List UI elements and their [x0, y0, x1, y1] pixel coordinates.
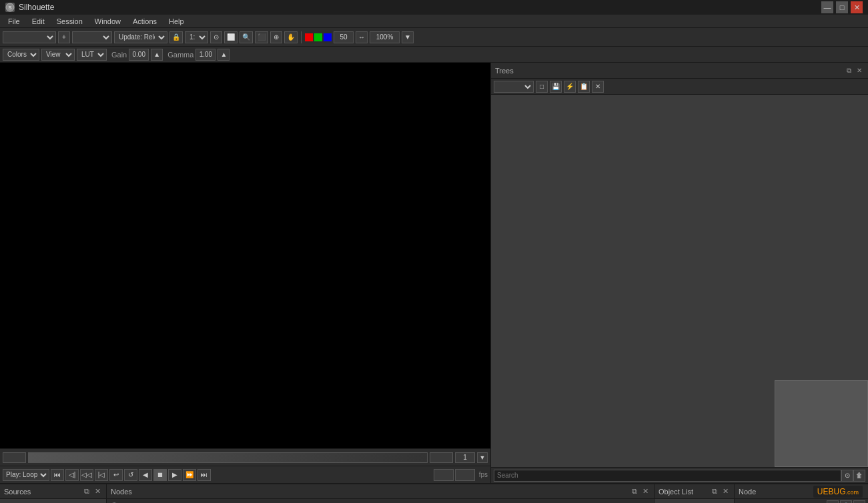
menu-file[interactable]: File [3, 16, 25, 27]
ratio-select[interactable]: 1:1 [185, 31, 208, 43]
frame-number-input[interactable] [455, 452, 475, 463]
title-bar: S Silhouette — □ ✕ [0, 0, 868, 15]
play-back-btn[interactable]: ◀ [139, 469, 152, 481]
play-btn[interactable]: ▶ [168, 469, 181, 481]
trees-close-btn[interactable]: ✕ [855, 66, 864, 75]
trees-add-btn[interactable]: □ [536, 81, 548, 93]
session-select[interactable] [3, 31, 56, 43]
play-mode-select[interactable]: Play: Loop [3, 469, 49, 481]
red-channel[interactable] [305, 33, 313, 41]
app-title: Silhouette [19, 3, 54, 12]
trees-float-btn[interactable]: ⧉ [844, 66, 853, 75]
gain-input[interactable] [129, 49, 149, 61]
prev-keyframe-btn[interactable]: ◁| [65, 469, 79, 481]
nodeprop-toolbar: + 🔒 → [735, 499, 868, 503]
sources-float-btn[interactable]: ⧉ [82, 487, 91, 496]
viewer-btn2[interactable]: ⬜ [224, 31, 238, 43]
viewx-select[interactable]: View X [41, 49, 75, 61]
trees-search-delete-btn[interactable]: 🗑 [853, 470, 865, 482]
object-list-panel: Object List ⧉ ✕ ▲ [655, 484, 735, 503]
maximize-button[interactable]: □ [836, 1, 848, 13]
goto-start-btn[interactable]: ⏮ [51, 469, 64, 481]
timeline-expand-btn[interactable]: ▼ [477, 452, 488, 463]
nodes-close-btn[interactable]: ✕ [640, 487, 650, 496]
timeline-start-input[interactable] [3, 452, 26, 463]
custom-fps-btn[interactable] [455, 469, 475, 481]
zoom-input[interactable] [370, 31, 400, 43]
nodes-header: Nodes ⧉ ✕ [107, 484, 654, 499]
minimize-button[interactable]: — [821, 1, 833, 13]
objlist-content [655, 499, 734, 503]
fps-input[interactable] [334, 31, 354, 43]
step-back-btn[interactable]: ◁◁ [80, 469, 93, 481]
sources-close-btn[interactable]: ✕ [93, 487, 102, 496]
zoom-arrow[interactable]: ▼ [402, 31, 414, 43]
watermark-label: UEBUG [817, 487, 846, 496]
stop-btn[interactable]: ⏹ [153, 469, 167, 481]
trees-search-input[interactable] [494, 470, 841, 482]
viewer-btn5[interactable]: ⊕ [270, 31, 282, 43]
viewer-btn6[interactable]: ✋ [284, 31, 298, 43]
rgb-controls [305, 33, 332, 41]
nodes-float-btn[interactable]: ⧉ [630, 487, 639, 496]
trees-save-btn[interactable]: 💾 [550, 81, 562, 93]
timeline-scrubber[interactable] [28, 452, 428, 463]
gain-label: Gain [111, 51, 127, 59]
nodes-panel: Nodes ⧉ ✕ 🔍 Color Co··· Di··· Fi··· Fi··… [107, 484, 655, 503]
nodeprop-export-btn[interactable]: → [853, 500, 865, 504]
menu-session[interactable]: Session [51, 16, 88, 27]
menu-window[interactable]: Window [89, 16, 126, 27]
close-button[interactable]: ✕ [851, 1, 863, 13]
trees-view-select[interactable] [494, 81, 534, 93]
viewer-btn3[interactable]: 🔍 [240, 31, 253, 43]
nodes-search-input[interactable] [121, 501, 651, 504]
lut-select[interactable]: LUT n [77, 49, 107, 61]
gamma-input[interactable] [195, 49, 215, 61]
trees-search-clear-btn[interactable]: ⊙ [841, 470, 853, 482]
loop-btn[interactable] [434, 469, 454, 481]
app-logo: S [5, 3, 15, 12]
timeline-end-input[interactable] [430, 452, 453, 463]
menu-help[interactable]: Help [163, 16, 189, 27]
loop-back-btn[interactable]: ↩ [109, 469, 123, 481]
fps-arrow[interactable]: ↔ [356, 31, 368, 43]
trees-del-btn[interactable]: ✕ [592, 81, 604, 93]
play-fwd-btn[interactable]: ⏩ [183, 469, 196, 481]
trees-content [491, 95, 868, 467]
viewer-btn4[interactable]: ⬛ [255, 31, 268, 43]
nodeprop-add-btn[interactable]: + [827, 500, 839, 504]
objlist-header: Object List ⧉ ✕ [655, 484, 734, 499]
blue-channel[interactable] [324, 33, 332, 41]
trees-title: Trees [495, 67, 514, 75]
viewer-btn1[interactable]: ⊙ [210, 31, 222, 43]
trees-search-bar: ⊙ 🗑 [491, 467, 868, 483]
update-select[interactable]: Update: Rele [114, 31, 167, 43]
gain-toggle[interactable]: ▲ [151, 49, 163, 61]
gamma-toggle[interactable]: ▲ [218, 49, 230, 61]
objlist-close-btn[interactable]: ✕ [721, 487, 730, 496]
objlist-float-btn[interactable]: ⧉ [710, 487, 719, 496]
transport-bar: Play: Loop ⏮ ◁| ◁◁ |◁ ↩ ↺ ◀ ⏹ ▶ ⏩ ⏭ fps [0, 466, 490, 483]
trees-copy-btn[interactable]: 📋 [578, 81, 590, 93]
add-session-button[interactable]: + [58, 31, 70, 43]
menu-edit[interactable]: Edit [27, 16, 50, 27]
prev-btn[interactable]: ↺ [124, 469, 137, 481]
green-channel[interactable] [314, 33, 322, 41]
objlist-title: Object List [659, 488, 693, 496]
goto-end-btn[interactable]: ⏭ [197, 469, 211, 481]
prev-frame-btn[interactable]: |◁ [95, 469, 108, 481]
view-select[interactable] [72, 31, 112, 43]
colors-select[interactable]: Colors [3, 49, 39, 61]
trees-flash-btn[interactable]: ⚡ [564, 81, 576, 93]
watermark-sublabel: .com [845, 489, 859, 496]
bottom-area: Sources ⧉ ✕ ▶ ⏹ ▲ ≡ ⊞ ⋮⋮ Nodes ⧉ ✕ 🔍 [0, 483, 868, 503]
trees-thumbnail [775, 380, 868, 467]
menu-bar: File Edit Session Window Actions Help [0, 15, 868, 28]
main-area: ▼ Play: Loop ⏮ ◁| ◁◁ |◁ ↩ ↺ ◀ ⏹ ▶ ⏩ ⏭ fp… [0, 63, 868, 483]
viewer-canvas [0, 63, 490, 448]
viewer-panel: ▼ Play: Loop ⏮ ◁| ◁◁ |◁ ↩ ↺ ◀ ⏹ ▶ ⏩ ⏭ fp… [0, 63, 490, 483]
menu-actions[interactable]: Actions [127, 16, 162, 27]
nodeprop-lock-btn[interactable]: 🔒 [840, 500, 852, 504]
svg-text:S: S [8, 5, 11, 11]
lock-button[interactable]: 🔒 [169, 31, 183, 43]
